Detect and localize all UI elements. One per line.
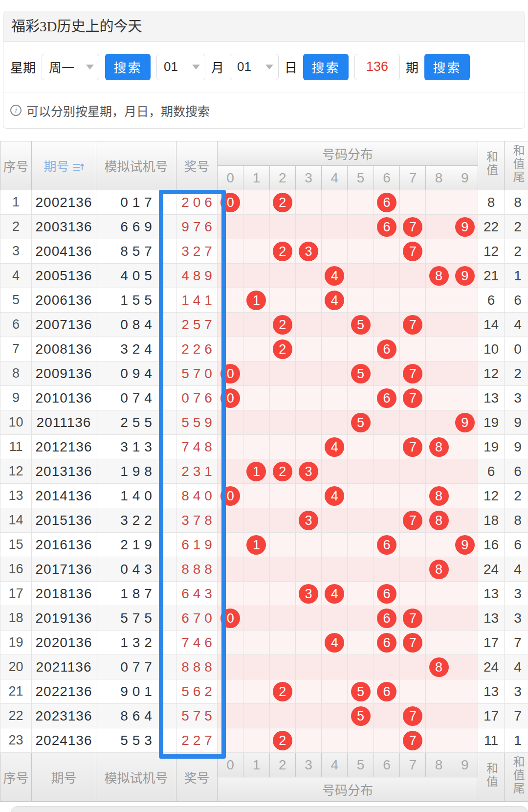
- distribution-cell-3: [295, 264, 321, 288]
- footer-issue-header: 期号: [32, 753, 96, 802]
- prize-digit-circle: 6: [377, 584, 396, 604]
- test-number-cell: 084: [96, 313, 176, 337]
- distribution-cell-9: [452, 435, 478, 459]
- issue-sort-header[interactable]: 期号: [32, 141, 96, 190]
- issue-cell: 2014136: [32, 484, 96, 508]
- prize-digit-circle: 3: [299, 584, 318, 604]
- issue-cell: 2022136: [32, 679, 96, 704]
- table-row: 32004136857327237122: [0, 239, 528, 264]
- prize-digit-circle: 9: [455, 535, 475, 555]
- table-body: 1200213601720602688220031366699766792223…: [0, 190, 528, 753]
- issue-input[interactable]: 136: [354, 54, 400, 80]
- digit-header-1: 1: [243, 166, 269, 190]
- search-issue-button[interactable]: 搜索: [424, 54, 470, 80]
- distribution-cell-9: 9: [452, 215, 478, 239]
- test-number-cell: 553: [96, 728, 176, 753]
- distribution-cell-2: 2: [269, 239, 295, 264]
- month-select[interactable]: 01: [156, 54, 205, 80]
- tail-cell: 2: [504, 361, 528, 386]
- prize-number-cell: 562: [176, 679, 218, 704]
- distribution-cell-6: [374, 704, 399, 728]
- distribution-cell-1: 1: [243, 459, 269, 484]
- distribution-cell-9: 9: [452, 264, 478, 288]
- distribution-cell-9: [452, 508, 478, 533]
- distribution-cell-4: 4: [322, 435, 348, 459]
- seq-cell: 22: [0, 704, 32, 728]
- digit-header-3: 3: [295, 166, 321, 190]
- seq-cell: 3: [0, 239, 32, 264]
- distribution-cell-4: 4: [322, 582, 348, 606]
- distribution-cell-4: [322, 557, 348, 582]
- prize-digit-circle: 3: [299, 511, 318, 530]
- prize-digit-circle: 0: [220, 193, 240, 212]
- prize-number-cell: 570: [176, 361, 218, 386]
- distribution-cell-6: 6: [374, 215, 399, 239]
- distribution-cell-3: [295, 631, 321, 655]
- test-number-cell: 155: [96, 288, 176, 313]
- prize-digit-circle: 7: [403, 388, 422, 408]
- distribution-cell-2: 2: [269, 313, 295, 337]
- distribution-cell-7: 7: [400, 728, 426, 753]
- footer-digit-header-3: 3: [295, 753, 321, 777]
- distribution-header: 号码分布: [218, 141, 478, 166]
- distribution-cell-0: [218, 704, 243, 728]
- distribution-cell-3: [295, 484, 321, 508]
- distribution-cell-1: [243, 606, 269, 631]
- table-row: 520061361551411466: [0, 288, 528, 313]
- distribution-cell-4: 4: [322, 484, 348, 508]
- distribution-cell-3: [295, 728, 321, 753]
- table-row: 172018136187643346133: [0, 582, 528, 606]
- prize-digit-circle: 1: [246, 535, 266, 555]
- seq-cell: 11: [0, 435, 32, 459]
- week-select[interactable]: 周一: [42, 54, 99, 80]
- tail-cell: 1: [504, 264, 528, 288]
- prize-digit-circle: 2: [273, 682, 292, 701]
- seq-cell: 19: [0, 631, 32, 655]
- footer-row-digits: 序号期号模拟试机号奖号0123456789和值和值尾: [0, 753, 528, 777]
- distribution-cell-3: [295, 215, 321, 239]
- footer-digit-header-9: 9: [452, 753, 478, 777]
- distribution-cell-3: 3: [295, 582, 321, 606]
- info-icon: i: [10, 105, 22, 116]
- distribution-cell-2: [269, 557, 295, 582]
- distribution-cell-2: [269, 435, 295, 459]
- footer-digit-header-1: 1: [243, 753, 269, 777]
- next-section-top-bar: [11, 806, 528, 812]
- issue-cell: 2020136: [32, 631, 96, 655]
- seq-cell: 10: [0, 410, 32, 435]
- table-row: 1200213601720602688: [0, 190, 528, 215]
- prize-number-cell: 976: [176, 215, 218, 239]
- issue-cell: 2017136: [32, 557, 96, 582]
- prize-number-cell: 748: [176, 435, 218, 459]
- distribution-cell-0: [218, 288, 243, 313]
- distribution-cell-1: [243, 582, 269, 606]
- digit-header-5: 5: [348, 166, 374, 190]
- table-row: 182019136575670067133: [0, 606, 528, 631]
- distribution-cell-2: 2: [269, 728, 295, 753]
- distribution-cell-9: [452, 361, 478, 386]
- sum-cell: 17: [478, 704, 504, 728]
- tail-cell: 6: [504, 459, 528, 484]
- distribution-cell-2: [269, 361, 295, 386]
- distribution-cell-5: [348, 606, 374, 631]
- seq-cell: 15: [0, 533, 32, 557]
- distribution-cell-7: [400, 190, 426, 215]
- distribution-cell-0: [218, 435, 243, 459]
- prize-digit-circle: 2: [273, 315, 292, 335]
- day-select[interactable]: 01: [230, 54, 279, 80]
- distribution-cell-6: 6: [374, 337, 399, 361]
- distribution-cell-5: [348, 728, 374, 753]
- distribution-cell-9: [452, 337, 478, 361]
- prize-header: 奖号: [176, 141, 218, 190]
- distribution-cell-2: [269, 508, 295, 533]
- distribution-cell-7: 7: [400, 631, 426, 655]
- table-row: 92010136074076067133: [0, 386, 528, 410]
- search-week-button[interactable]: 搜索: [105, 54, 151, 80]
- distribution-cell-3: [295, 288, 321, 313]
- prize-digit-circle: 7: [403, 609, 422, 628]
- search-date-button[interactable]: 搜索: [303, 54, 349, 80]
- footer-tail-header: 和值尾: [504, 753, 528, 802]
- distribution-cell-3: [295, 655, 321, 679]
- test-number-cell: 322: [96, 508, 176, 533]
- issue-cell: 2015136: [32, 508, 96, 533]
